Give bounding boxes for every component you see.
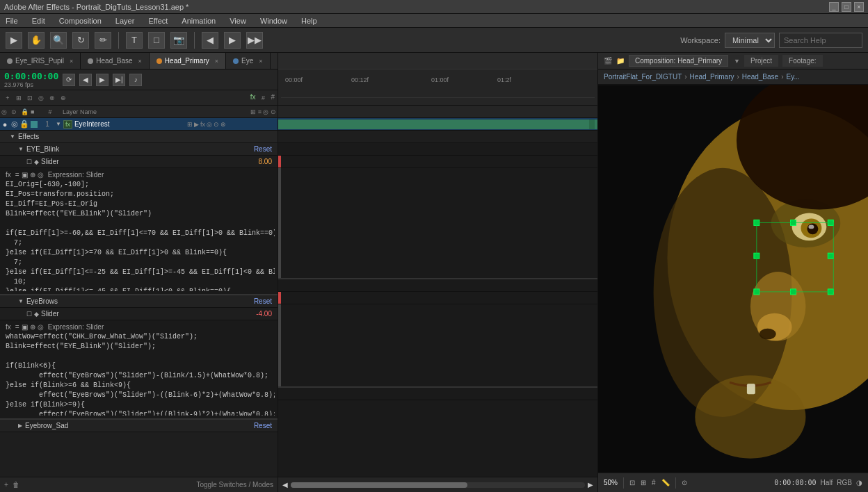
menu-file[interactable]: File bbox=[3, 17, 21, 25]
toggle-switches-btn[interactable]: Toggle Switches / Modes bbox=[196, 481, 273, 489]
sw-4[interactable]: ◎ bbox=[207, 121, 212, 128]
tab-eye-iris[interactable]: Eye_IRIS_Pupil × bbox=[0, 53, 81, 69]
tool-hand[interactable]: ✋ bbox=[28, 32, 45, 49]
close-button[interactable]: × bbox=[854, 2, 864, 12]
tool-arrow-left[interactable]: ◀ bbox=[202, 32, 218, 49]
tab-close-4[interactable]: × bbox=[259, 58, 262, 65]
expr-btn-graph-2[interactable]: ▣ bbox=[22, 323, 28, 331]
ctrl-loop[interactable]: ⟳ bbox=[63, 74, 75, 86]
tool-text[interactable]: T bbox=[126, 32, 143, 49]
layer-ctrl-2[interactable]: ⊡ bbox=[25, 93, 35, 103]
comp-snap-btn[interactable]: ⊙ bbox=[682, 479, 687, 486]
layer-ctrl-4[interactable]: ⊗ bbox=[47, 93, 57, 103]
sw-1[interactable]: ⊞ bbox=[187, 121, 193, 128]
new-layer-btn[interactable]: + bbox=[3, 93, 13, 103]
tab-eye-mask[interactable]: Eye_MASK × bbox=[271, 53, 278, 69]
delete-layer-btn[interactable]: 🗑 bbox=[13, 481, 19, 489]
eyebrows-slider-diamond[interactable]: ◆ bbox=[34, 311, 39, 318]
sw-5[interactable]: ⊙ bbox=[214, 121, 219, 128]
workspace-dropdown[interactable]: Minimal bbox=[725, 33, 775, 48]
slider-diamond-1[interactable]: ◆ bbox=[34, 158, 39, 165]
layer-ctrl-5[interactable]: ⊕ bbox=[58, 93, 68, 103]
time-display[interactable]: 0:00:00:00 bbox=[4, 71, 58, 81]
breadcrumb-item-1[interactable]: PortraitFlat_For_DIGTUT bbox=[604, 73, 682, 81]
menu-composition[interactable]: Composition bbox=[56, 17, 104, 25]
breadcrumb-item-4[interactable]: Ey... bbox=[786, 73, 799, 81]
layer-ctrl-3[interactable]: ◎ bbox=[36, 93, 46, 103]
tab-eye[interactable]: Eye × bbox=[226, 53, 271, 69]
ctrl-prev-frame[interactable]: ◀ bbox=[79, 74, 92, 86]
expr-btn-graph[interactable]: ▣ bbox=[22, 171, 28, 179]
scroll-track[interactable] bbox=[291, 482, 585, 488]
expr-btn-pick-2[interactable]: ◎ bbox=[38, 323, 44, 331]
menu-effect[interactable]: Effect bbox=[145, 17, 170, 25]
expr-code-1[interactable]: EI_Orig=[-630,-100]; EI_Pos=transform.po… bbox=[6, 180, 275, 291]
search-input[interactable] bbox=[779, 33, 862, 48]
tool-play[interactable]: ▶ bbox=[224, 32, 241, 49]
tool-rotate[interactable]: ↻ bbox=[72, 32, 89, 49]
comp-tab-footage[interactable]: Footage: bbox=[782, 55, 822, 67]
tool-arrow-right[interactable]: ▶▶ bbox=[246, 32, 263, 49]
menu-view[interactable]: View bbox=[227, 17, 249, 25]
eyebrow-sad-reset[interactable]: Reset bbox=[254, 422, 272, 429]
sw-2[interactable]: ▶ bbox=[194, 121, 199, 128]
menu-layer[interactable]: Layer bbox=[113, 17, 138, 25]
menu-help[interactable]: Help bbox=[298, 17, 320, 25]
eyebrows-reset[interactable]: Reset bbox=[254, 297, 272, 305]
layer-eye-1[interactable]: ● bbox=[0, 120, 10, 129]
eyebrow-sad-expand[interactable]: ▶ bbox=[18, 423, 22, 429]
eyeblink-reset[interactable]: Reset bbox=[254, 145, 272, 153]
sw-6[interactable]: ⊗ bbox=[220, 121, 226, 128]
eyebrows-slider-value[interactable]: -4.00 bbox=[256, 310, 272, 318]
menu-edit[interactable]: Edit bbox=[29, 17, 48, 25]
scroll-right-btn[interactable]: ▶ bbox=[588, 481, 593, 489]
tab-head-primary[interactable]: Head_Primary × bbox=[150, 53, 226, 69]
comp-dropdown-arrow[interactable]: ▼ bbox=[734, 58, 740, 65]
layer-expand-1[interactable]: ▼ bbox=[56, 121, 61, 127]
tab-close-1[interactable]: × bbox=[70, 58, 73, 65]
expr-btn-enable[interactable]: = bbox=[15, 171, 19, 179]
ctrl-next-frame[interactable]: ▶| bbox=[113, 74, 125, 86]
expr-btn-pick[interactable]: ◎ bbox=[38, 171, 44, 179]
eyebrow-sad-row[interactable]: ▶ Eyebrow_Sad Reset bbox=[0, 420, 278, 432]
comp-channels-btn[interactable]: RGB bbox=[837, 479, 852, 486]
breadcrumb-item-2[interactable]: Head_Primary bbox=[690, 73, 734, 81]
expr-btn-enable-2[interactable]: = bbox=[15, 323, 19, 331]
comp-quality[interactable]: Half bbox=[821, 479, 833, 486]
eyebrows-expand[interactable]: ▼ bbox=[18, 298, 24, 304]
tool-camera[interactable]: 📷 bbox=[170, 32, 187, 49]
menu-window[interactable]: Window bbox=[257, 17, 290, 25]
maximize-button[interactable]: □ bbox=[842, 2, 851, 12]
comp-tab-project[interactable]: Project bbox=[744, 55, 778, 67]
comp-safe-btn[interactable]: ⊞ bbox=[641, 479, 646, 486]
tool-shape[interactable]: □ bbox=[148, 32, 165, 49]
comp-tab-composition[interactable]: Composition: Head_Primary bbox=[629, 55, 728, 67]
scroll-left-btn[interactable]: ◀ bbox=[282, 481, 288, 489]
new-layer-btn-bottom[interactable]: + bbox=[4, 481, 8, 489]
tool-select[interactable]: ▶ bbox=[6, 32, 22, 49]
layer-lock-1[interactable]: 🔒 bbox=[19, 120, 29, 129]
ctrl-audio[interactable]: ♪ bbox=[129, 74, 142, 86]
comp-fit-btn[interactable]: ⊡ bbox=[629, 479, 635, 486]
comp-ruler-btn[interactable]: 📏 bbox=[661, 479, 670, 486]
ctrl-play[interactable]: ▶ bbox=[96, 74, 108, 86]
eyeblink-expand[interactable]: ▼ bbox=[18, 146, 24, 152]
eyebrows-slider-check[interactable]: ☐ bbox=[26, 311, 32, 318]
comp-zoom[interactable]: 50% bbox=[604, 479, 618, 486]
layer-ctrl-1[interactable]: ⊞ bbox=[14, 93, 24, 103]
effects-expand-arrow[interactable]: ▼ bbox=[10, 133, 15, 140]
breadcrumb-item-3[interactable]: Head_Base bbox=[742, 73, 778, 81]
tab-close-3[interactable]: × bbox=[215, 58, 218, 65]
tab-head-base[interactable]: Head_Base × bbox=[81, 53, 150, 69]
tool-pen[interactable]: ✏ bbox=[95, 32, 111, 49]
tool-zoom[interactable]: 🔍 bbox=[50, 32, 67, 49]
slider-checkbox-1[interactable]: ☐ bbox=[26, 158, 32, 165]
layer-solo-1[interactable]: ◎ bbox=[10, 120, 19, 129]
expr-btn-link-2[interactable]: ⊕ bbox=[30, 323, 35, 331]
tab-close-2[interactable]: × bbox=[138, 58, 142, 65]
comp-grid-btn[interactable]: # bbox=[652, 479, 656, 486]
sw-3[interactable]: fx bbox=[200, 121, 205, 128]
comp-exposure-btn[interactable]: ◑ bbox=[856, 479, 862, 486]
menu-animation[interactable]: Animation bbox=[179, 17, 218, 25]
layer-row-1[interactable]: ● ◎ 🔒 1 ▼ fx EyeInterest ⊞ ▶ fx ◎ ⊙ ⊗ bbox=[0, 118, 278, 131]
